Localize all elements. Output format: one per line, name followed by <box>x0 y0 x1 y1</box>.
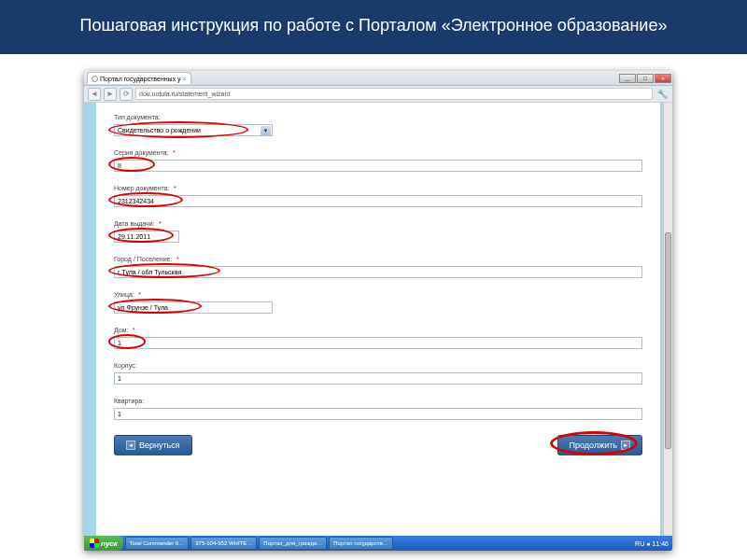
continue-button-label: Продолжить <box>570 441 617 450</box>
forward-arrow-icon: ► <box>621 441 630 450</box>
select-doc-type[interactable]: Свидетельство о рождении ▼ <box>114 124 273 136</box>
value-block: 1 <box>118 375 121 382</box>
input-apt[interactable]: 1 <box>114 408 642 420</box>
group-doc-type: Тип документа: Свидетельство о рождении … <box>114 106 642 136</box>
required-mark: * <box>159 220 162 227</box>
required-mark: * <box>174 185 176 191</box>
continue-button[interactable]: Продолжить ► <box>557 435 642 455</box>
system-tray: RU ● 11:46 <box>631 540 672 547</box>
value-street: ул Фрунзе / Тула <box>118 304 168 311</box>
task-label: Total Commander 6… <box>130 540 184 546</box>
settings-wrench-icon[interactable]: 🔧 <box>655 88 669 101</box>
value-number: 2312342434 <box>118 198 154 204</box>
scroll-thumb[interactable] <box>665 232 671 449</box>
url-input[interactable]: dou.uotula.ru/statement_wizard <box>135 88 653 100</box>
tab-favicon <box>92 76 98 82</box>
input-issue-date[interactable]: 29.11.2011 <box>114 231 179 243</box>
required-mark: * <box>173 149 176 156</box>
taskbar-item[interactable]: Total Commander 6… <box>125 537 189 550</box>
taskbar-item[interactable]: Портал государств… <box>329 537 392 550</box>
corner-decoration-tr <box>693 4 743 54</box>
required-mark: * <box>176 256 179 262</box>
window-minimize-icon[interactable]: _ <box>619 74 636 83</box>
slide-title: Пошаговая инструкция по работе с Портало… <box>0 0 747 54</box>
group-street: Улица: * ул Фрунзе / Тула <box>114 284 642 314</box>
browser-tab-strip: Портал государственных у × _ □ × <box>84 71 672 86</box>
window-controls: _ □ × <box>619 74 672 83</box>
language-indicator[interactable]: RU <box>635 540 644 547</box>
input-house[interactable]: 1 <box>114 337 642 349</box>
start-label: пуск <box>101 539 118 548</box>
label-doc-type: Тип документа: <box>114 114 161 120</box>
label-street: Улица: <box>114 291 134 298</box>
window-close-icon[interactable]: × <box>655 74 671 83</box>
label-house: Дом: <box>114 327 128 333</box>
taskbar-item[interactable]: 375-104-952 WHITE… <box>190 537 257 550</box>
corner-decoration-tl <box>4 4 54 54</box>
windows-logo-icon <box>90 539 99 548</box>
group-city: Город / Поселение: * г Тула / обл Тульск… <box>114 248 642 278</box>
label-number: Номер документа: <box>114 185 170 191</box>
input-number[interactable]: 2312342434 <box>114 195 642 207</box>
back-button[interactable]: ◄ Вернуться <box>114 435 192 455</box>
taskbar-item[interactable]: Портал_для_гражда… <box>259 537 327 550</box>
tab-title: Портал государственных у <box>100 76 181 82</box>
back-icon[interactable]: ◄ <box>88 88 101 101</box>
page-content: Тип документа: Свидетельство о рождении … <box>84 103 672 536</box>
task-label: Портал государств… <box>333 540 388 546</box>
group-number: Номер документа: * 2312342434 <box>114 177 642 207</box>
label-apt: Квартира: <box>114 398 144 404</box>
address-bar: ◄ ► ⟳ dou.uotula.ru/statement_wizard 🔧 <box>84 86 672 103</box>
back-button-label: Вернуться <box>139 441 180 450</box>
label-issue-date: Дата выдачи: <box>114 220 155 227</box>
input-city[interactable]: г Тула / обл Тульская <box>114 266 642 278</box>
task-label: 375-104-952 WHITE… <box>195 540 252 546</box>
back-arrow-icon: ◄ <box>126 441 135 450</box>
task-label: Портал_для_гражда… <box>263 540 322 546</box>
value-house: 1 <box>118 340 121 346</box>
group-series: Серия документа: * II <box>114 142 642 172</box>
browser-screenshot: Портал государственных у × _ □ × ◄ ► ⟳ d… <box>84 71 672 551</box>
label-series: Серия документа: <box>114 149 169 156</box>
clock[interactable]: 11:46 <box>652 540 669 547</box>
group-house: Дом: * 1 <box>114 319 642 349</box>
slide-title-text: Пошаговая инструкция по работе с Портало… <box>80 15 668 36</box>
reload-icon[interactable]: ⟳ <box>120 88 133 101</box>
group-block: Корпус: 1 <box>114 355 642 385</box>
value-doc-type: Свидетельство о рождении <box>118 127 201 133</box>
scrollbar[interactable] <box>663 103 672 536</box>
required-mark: * <box>138 291 141 298</box>
input-street[interactable]: ул Фрунзе / Тула <box>114 301 273 314</box>
value-series: II <box>118 162 121 169</box>
browser-tab[interactable]: Портал государственных у × <box>87 72 191 84</box>
button-row: ◄ Вернуться Продолжить ► <box>84 429 672 455</box>
tab-close-icon[interactable]: × <box>183 76 187 82</box>
value-issue-date: 29.11.2011 <box>118 233 150 240</box>
label-block: Корпус: <box>114 362 137 369</box>
tray-icon[interactable]: ● <box>646 540 650 547</box>
slide: Пошаговая инструкция по работе с Портало… <box>0 0 747 560</box>
value-city: г Тула / обл Тульская <box>118 269 182 275</box>
group-apt: Квартира: 1 <box>114 390 642 420</box>
taskbar: пуск Total Commander 6… 375-104-952 WHIT… <box>84 536 672 551</box>
value-apt: 1 <box>118 411 121 417</box>
input-block[interactable]: 1 <box>114 372 642 385</box>
forward-icon[interactable]: ► <box>104 88 117 101</box>
input-series[interactable]: II <box>114 160 642 172</box>
label-city: Город / Поселение: <box>114 256 172 262</box>
group-issue-date: Дата выдачи: * 29.11.2011 <box>114 213 642 243</box>
chevron-down-icon[interactable]: ▼ <box>261 126 271 136</box>
required-mark: * <box>133 327 135 333</box>
window-maximize-icon[interactable]: □ <box>637 74 654 83</box>
start-button[interactable]: пуск <box>84 536 123 551</box>
url-text: dou.uotula.ru/statement_wizard <box>139 91 231 97</box>
